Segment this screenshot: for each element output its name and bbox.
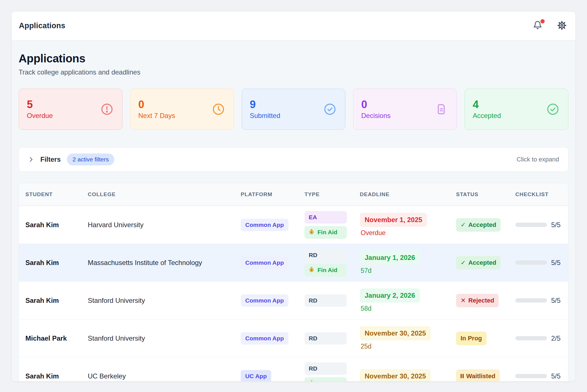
stat-value: 4 [473,99,501,110]
pause-icon [461,374,464,378]
deadline-date: November 30, 2025 [360,369,431,382]
top-bar: Applications [12,12,575,40]
status-badge: Waitlisted [456,369,500,382]
check-icon: ✓ [461,259,466,266]
deadline-relative: 25d [360,343,371,350]
status-badge: ✕ Rejected [456,294,499,307]
check-circle-icon [323,102,337,116]
type-badge: RD [305,362,347,375]
column-header-status: Status [456,191,515,198]
student-name: Sarah Kim [25,372,88,380]
svg-text:$: $ [311,268,312,271]
deadline-date: November 30, 2025 [360,326,431,340]
deadline-date: January 1, 2026 [360,251,420,265]
page-title: Applications [19,52,568,65]
stat-text: 0 Decisions [361,99,391,120]
page-subtitle: Track college applications and deadlines [19,68,568,76]
x-icon: ✕ [461,297,466,304]
stat-value: 0 [138,99,175,110]
checklist-progress-bar [515,223,547,227]
window-title: Applications [19,21,65,30]
status-label: Accepted [468,259,496,266]
stat-label: Accepted [473,112,501,120]
chevron-right-icon [27,156,35,163]
checklist-count: 2/5 [551,334,560,342]
page-content: Applications Track college applications … [12,40,575,381]
notifications-button[interactable] [532,20,543,32]
table-row[interactable]: Sarah Kim Harvard University Common App … [19,206,568,244]
deadline-relative: 57d [360,267,371,275]
checklist-count: 5/5 [551,297,560,305]
stat-value: 5 [27,99,53,110]
stat-card-submitted[interactable]: 9 Submitted [242,89,345,130]
fin-aid-badge: $ Fin Aid [305,226,347,239]
platform-badge: Common App [241,219,288,231]
stat-value: 9 [250,99,280,110]
college-name: Stanford University [88,334,241,342]
deadline-date: January 2, 2026 [360,288,420,303]
college-name: Stanford University [88,297,241,305]
column-header-type: Type [305,191,360,198]
fin-aid-badge: $ Fin Aid [305,377,347,382]
stat-text: 4 Accepted [473,99,501,120]
status-label: In Prog [461,335,482,342]
table-row[interactable]: Sarah Kim UC Berkeley UC App RD $ Fin Ai… [19,357,568,381]
checklist-count: 5/5 [551,259,560,267]
deadline-date: November 1, 2025 [360,213,427,227]
stat-label: Submitted [250,112,280,120]
stat-text: 5 Overdue [27,99,53,120]
stat-card-accepted[interactable]: 4 Accepted [465,89,568,130]
stat-card-overdue[interactable]: 5 Overdue [19,89,122,130]
column-header-deadline: Deadline [360,191,456,198]
type-badge: RD [305,332,347,345]
app-window: Applications [11,11,576,382]
stat-card-next-7-days[interactable]: 0 Next 7 Days [130,89,234,130]
table-row[interactable]: Sarah Kim Massachusetts Institute of Tec… [19,244,568,281]
filters-bar[interactable]: Filters 2 active filters Click to expand [19,147,568,172]
table-header-row: Student College Platform Type Deadline S… [19,183,568,206]
gear-icon [557,21,567,31]
svg-text:$: $ [311,231,312,234]
document-icon [435,102,448,116]
column-header-platform: Platform [241,191,305,198]
page-header: Applications Track college applications … [19,52,568,76]
fin-aid-label: Fin Aid [317,229,337,236]
notification-dot [540,19,545,23]
stat-card-decisions[interactable]: 0 Decisions [353,89,457,130]
table-row[interactable]: Sarah Kim Stanford University Common App… [19,281,568,319]
deadline-relative: Overdue [360,229,386,237]
stat-label: Overdue [27,112,53,120]
fin-aid-badge: $ Fin Aid [305,264,347,277]
checklist-progress-bar [515,298,547,303]
filters-expand-hint: Click to expand [517,156,559,163]
checklist-count: 5/5 [551,221,560,229]
student-name: Sarah Kim [25,221,88,229]
fin-aid-label: Fin Aid [317,267,337,273]
applications-table: Student College Platform Type Deadline S… [19,183,568,381]
type-badge: EA [305,211,347,224]
platform-badge: UC App [241,370,271,382]
active-filters-badge: 2 active filters [67,154,114,165]
topbar-actions [532,20,568,32]
checklist-progress-bar [515,374,547,378]
platform-badge: Common App [241,257,288,269]
clock-icon [212,102,225,116]
college-name: Harvard University [88,221,241,229]
column-header-student: Student [25,191,88,198]
college-name: UC Berkeley [88,372,241,380]
stat-value: 0 [361,99,391,110]
status-label: Rejected [468,297,494,304]
checklist-progress-bar [515,260,547,265]
type-badge: RD [305,249,347,261]
stat-text: 0 Next 7 Days [138,99,175,120]
status-label: Waitlisted [466,373,495,380]
settings-button[interactable] [556,20,568,32]
filters-label: Filters [40,156,61,163]
checklist-count: 5/5 [551,372,560,380]
table-row[interactable]: Michael Park Stanford University Common … [19,319,568,357]
money-bag-icon: $ [308,266,315,274]
checklist-progress-bar [515,336,547,340]
student-name: Sarah Kim [25,297,88,305]
stat-label: Decisions [361,112,391,120]
type-badge: RD [305,294,347,307]
